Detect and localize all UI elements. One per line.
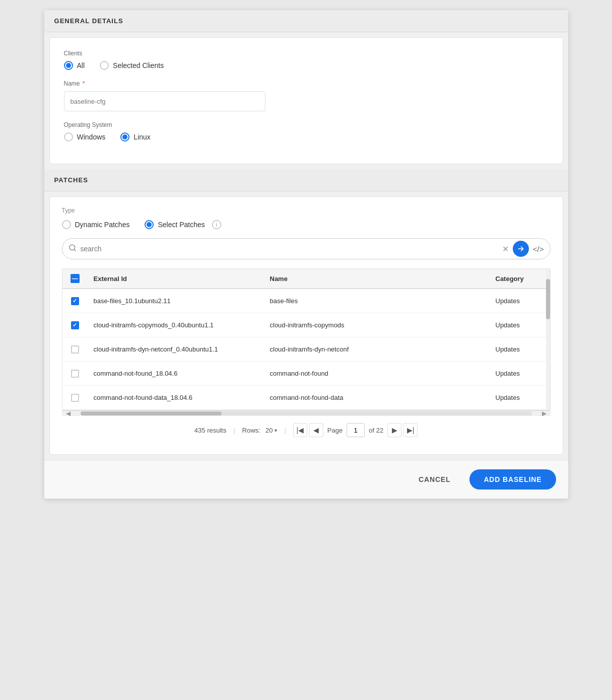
select-all-checkbox[interactable]: [71, 274, 80, 283]
rows-per-page-value: 20: [265, 427, 273, 434]
table-row: base-files_10.1ubuntu2.11 base-files Upd…: [62, 289, 550, 313]
page-navigation: |◀ ◀ Page of 22 ▶ ▶|: [293, 423, 418, 437]
os-linux-option[interactable]: Linux: [120, 132, 150, 142]
row-checkbox[interactable]: [71, 297, 79, 305]
patches-body: Type Dynamic Patches Select Patches i ✕: [49, 196, 563, 455]
horiz-scroll-track[interactable]: [81, 411, 532, 415]
row-category: Updates: [490, 388, 550, 407]
scroll-left-arrow[interactable]: ◀: [66, 410, 71, 417]
info-icon[interactable]: i: [212, 220, 221, 229]
row-name: cloud-initramfs-dyn-netconf: [264, 339, 490, 359]
row-checkbox-cell[interactable]: [62, 339, 88, 360]
horiz-scroll-thumb[interactable]: [81, 411, 222, 415]
type-radio-group: Dynamic Patches Select Patches i: [62, 220, 551, 229]
row-checkbox-cell[interactable]: [62, 291, 88, 311]
os-windows-label: Windows: [77, 133, 106, 141]
row-checkbox-cell[interactable]: [62, 388, 88, 408]
row-external-id: command-not-found-data_18.04.6: [88, 388, 264, 407]
name-input[interactable]: [64, 91, 265, 111]
type-select-option[interactable]: Select Patches i: [145, 220, 221, 229]
rows-per-page-select[interactable]: 20 ▾: [265, 427, 277, 434]
page-label: Page: [327, 427, 343, 434]
name-label: Name *: [64, 80, 549, 87]
divider: |: [233, 427, 235, 434]
search-icon: [69, 244, 77, 254]
row-name: cloud-initramfs-copymods: [264, 315, 490, 335]
row-checkbox[interactable]: [71, 321, 79, 329]
clients-all-label: All: [77, 61, 85, 69]
row-checkbox-cell[interactable]: [62, 315, 88, 335]
modal-container: GENERAL DETAILS Clients All Selected Cli…: [44, 10, 568, 499]
total-results: 435 results: [194, 427, 227, 434]
table-row: command-not-found_18.04.6 command-not-fo…: [62, 362, 550, 386]
general-details-body: Clients All Selected Clients Name * Oper…: [49, 37, 563, 164]
patches-table: External Id Name Category base-files_10.…: [62, 268, 551, 410]
type-dynamic-radio[interactable]: [62, 220, 71, 229]
first-page-button[interactable]: |◀: [293, 423, 307, 437]
row-external-id: cloud-initramfs-copymods_0.40ubuntu1.1: [88, 315, 264, 335]
vertical-scrollbar[interactable]: [546, 269, 550, 410]
required-indicator: *: [81, 80, 85, 87]
rows-label: Rows:: [242, 427, 260, 434]
os-windows-option[interactable]: Windows: [64, 132, 106, 142]
search-bar: ✕ </>: [62, 238, 551, 259]
table-header-category: Category: [490, 274, 550, 283]
pagination-bar: 435 results | Rows: 20 ▾ | |◀ ◀ Page of …: [62, 415, 551, 444]
prev-page-button[interactable]: ◀: [309, 423, 323, 437]
total-pages: of 22: [369, 427, 383, 434]
search-submit-button[interactable]: [513, 241, 529, 257]
type-label: Type: [62, 207, 551, 214]
clients-selected-label: Selected Clients: [113, 61, 164, 69]
table-header-checkbox[interactable]: [62, 274, 88, 283]
row-category: Updates: [490, 315, 550, 335]
type-select-radio[interactable]: [145, 220, 154, 229]
table-header-name: Name: [264, 274, 490, 283]
clients-radio-group: All Selected Clients: [64, 61, 549, 70]
clients-all-radio[interactable]: [64, 61, 73, 70]
type-select-label: Select Patches: [158, 221, 205, 229]
code-view-icon[interactable]: </>: [533, 245, 544, 253]
row-name: command-not-found-data: [264, 388, 490, 407]
clients-all-option[interactable]: All: [64, 61, 85, 70]
clients-label: Clients: [64, 50, 549, 57]
modal-footer: CANCEL ADD BASELINE: [44, 460, 568, 499]
table-header-external-id: External Id: [88, 274, 264, 283]
table-row: cloud-initramfs-copymods_0.40ubuntu1.1 c…: [62, 313, 550, 337]
table-header-row: External Id Name Category: [62, 269, 550, 289]
row-checkbox[interactable]: [71, 394, 79, 402]
search-input[interactable]: [77, 245, 502, 253]
row-external-id: base-files_10.1ubuntu2.11: [88, 291, 264, 311]
row-name: base-files: [264, 291, 490, 311]
clients-selected-option[interactable]: Selected Clients: [100, 61, 164, 70]
page-number-input[interactable]: [347, 423, 365, 437]
row-category: Updates: [490, 339, 550, 359]
row-checkbox[interactable]: [71, 345, 79, 354]
os-windows-radio[interactable]: [64, 132, 73, 142]
last-page-button[interactable]: ▶|: [403, 423, 418, 437]
row-category: Updates: [490, 291, 550, 311]
patches-header: PATCHES: [44, 169, 568, 191]
row-checkbox-cell[interactable]: [62, 364, 88, 384]
os-linux-radio[interactable]: [120, 132, 129, 142]
row-checkbox[interactable]: [71, 370, 79, 378]
divider2: |: [284, 427, 286, 434]
os-linux-label: Linux: [133, 133, 150, 141]
type-dynamic-option[interactable]: Dynamic Patches: [62, 220, 130, 229]
add-baseline-button[interactable]: ADD BASELINE: [469, 469, 556, 489]
table-row: cloud-initramfs-dyn-netconf_0.40ubuntu1.…: [62, 337, 550, 362]
cancel-button[interactable]: CANCEL: [406, 470, 462, 488]
horizontal-scrollbar[interactable]: ◀ ▶: [62, 410, 551, 415]
scrollbar-thumb[interactable]: [546, 279, 550, 319]
clients-selected-radio[interactable]: [100, 61, 109, 70]
row-category: Updates: [490, 364, 550, 383]
row-name: command-not-found: [264, 364, 490, 383]
row-external-id: cloud-initramfs-dyn-netconf_0.40ubuntu1.…: [88, 339, 264, 359]
clear-search-icon[interactable]: ✕: [502, 244, 509, 254]
next-page-button[interactable]: ▶: [387, 423, 401, 437]
svg-line-1: [74, 249, 76, 251]
os-radio-group: Windows Linux: [64, 132, 549, 142]
type-dynamic-label: Dynamic Patches: [75, 221, 130, 229]
os-label: Operating System: [64, 121, 549, 128]
scroll-right-arrow[interactable]: ▶: [542, 410, 547, 417]
rows-dropdown-arrow[interactable]: ▾: [275, 428, 277, 433]
